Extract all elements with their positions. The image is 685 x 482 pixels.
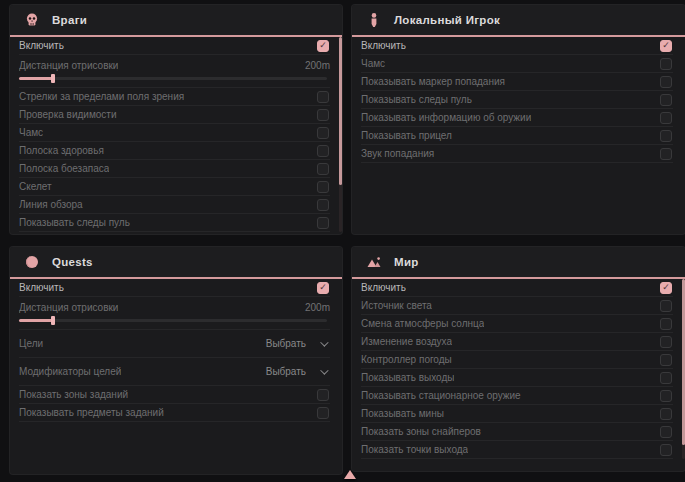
setting-label: Источник света [361, 300, 432, 311]
slider-thumb[interactable] [51, 316, 55, 325]
setting-label: Показать зоны снайперов [361, 426, 481, 437]
setting-label: Звук попадания [361, 148, 434, 159]
panel-title: Локальный Игрок [394, 14, 500, 26]
checkbox[interactable] [660, 318, 672, 330]
setting-label: Изменение воздуха [361, 336, 452, 347]
checkbox[interactable] [317, 389, 329, 401]
panel-enemies-body: Включить✓Дистанция отрисовки200mСтрелки … [10, 37, 342, 232]
panel-world-body: Включить✓Источник светаСмена атмосферы с… [352, 279, 685, 459]
checkbox[interactable] [317, 199, 329, 211]
settings-row: Включить✓ [361, 37, 673, 55]
panel-local-player: Локальный Игрок Включить✓ЧамсПоказывать … [352, 5, 685, 234]
checkbox[interactable] [660, 58, 672, 70]
checkbox[interactable]: ✓ [660, 282, 672, 294]
mountain-icon [366, 254, 382, 270]
setting-label: Чамс [19, 127, 43, 138]
setting-label: Показывать информацию об оружии [361, 112, 531, 123]
checkbox[interactable] [660, 390, 672, 402]
checkbox[interactable] [317, 181, 329, 193]
scrollbar-thumb[interactable] [339, 37, 342, 185]
setting-label: Полоска боезапаса [19, 163, 109, 174]
checkbox[interactable] [660, 94, 672, 106]
checkbox[interactable]: ✓ [660, 40, 672, 52]
checkbox[interactable] [660, 426, 672, 438]
settings-row: Смена атмосферы солнца [361, 315, 673, 333]
checkbox[interactable] [317, 145, 329, 157]
select-value: Выбрать [266, 366, 306, 377]
slider-value: 200m [305, 60, 330, 71]
setting-label: Модификаторы целей [19, 366, 121, 377]
checkbox[interactable] [660, 76, 672, 88]
setting-label: Включить [19, 40, 64, 51]
checkbox[interactable] [660, 112, 672, 124]
panel-local-player-header: Локальный Игрок [352, 5, 685, 35]
slider-setting-row: Дистанция отрисовки200m [19, 55, 330, 88]
setting-label: Стрелки за пределами поля зрения [19, 91, 184, 102]
checkbox[interactable] [660, 336, 672, 348]
setting-label: Показывать предметы заданий [19, 407, 164, 418]
setting-label: Показывать следы пуль [19, 217, 130, 228]
checkbox[interactable] [660, 372, 672, 384]
setting-label: Полоска здоровья [19, 145, 104, 156]
settings-row: Показывать стационарное оружие [361, 387, 673, 405]
checkbox[interactable] [660, 354, 672, 366]
checkbox[interactable] [660, 444, 672, 456]
setting-label: Включить [361, 282, 406, 293]
settings-row: Показывать мины [361, 405, 673, 423]
panel-title: Мир [394, 256, 419, 268]
settings-row: Показывать информацию об оружии [361, 109, 673, 127]
setting-label: Контроллер погоды [361, 354, 452, 365]
settings-row: Показывать прицел [361, 127, 673, 145]
checkbox[interactable]: ✓ [317, 282, 329, 294]
setting-label: Включить [361, 40, 406, 51]
settings-row: Чамс [361, 55, 673, 73]
settings-row: Показывать выходы [361, 369, 673, 387]
checkbox[interactable] [317, 407, 329, 419]
person-icon [366, 12, 382, 28]
chevron-down-icon [320, 366, 328, 374]
slider-label-line: Дистанция отрисовки200m [19, 57, 330, 73]
settings-row: Стрелки за пределами поля зрения [19, 88, 330, 106]
checkbox[interactable] [660, 300, 672, 312]
panel-world-header: Мир [352, 247, 685, 277]
slider-track[interactable] [19, 319, 327, 322]
checkbox[interactable]: ✓ [317, 40, 329, 52]
checkbox[interactable] [317, 127, 329, 139]
settings-row: Полоска здоровья [19, 142, 330, 160]
checkbox[interactable] [317, 91, 329, 103]
settings-row: Включить✓ [361, 279, 673, 297]
checkbox[interactable] [660, 148, 672, 160]
slider-thumb[interactable] [51, 74, 55, 83]
settings-row: Показывать следы пуль [361, 91, 673, 109]
mouse-cursor [344, 470, 356, 479]
settings-row: Звук попадания [361, 145, 673, 163]
setting-label: Показывать стационарное оружие [361, 390, 521, 401]
select-dropdown[interactable]: Выбрать [262, 363, 330, 380]
chevron-down-icon [320, 338, 328, 346]
checkbox[interactable] [660, 408, 672, 420]
checkbox[interactable] [317, 163, 329, 175]
slider-fill [19, 77, 53, 80]
settings-row: Источник света [361, 297, 673, 315]
scrollbar[interactable] [339, 37, 342, 232]
settings-row: Показать зоны заданий [19, 386, 330, 404]
settings-row: Изменение воздуха [361, 333, 673, 351]
setting-label: Включить [19, 282, 64, 293]
checkmark-icon: ✓ [662, 41, 670, 50]
settings-row: Скелет [19, 178, 330, 196]
select-dropdown[interactable]: Выбрать [262, 335, 330, 352]
panel-enemies-header: Враги [10, 5, 342, 35]
setting-label: Чамс [361, 58, 385, 69]
overlay-menu: Враги Включить✓Дистанция отрисовки200mСт… [0, 0, 685, 482]
panel-quests: Quests Включить✓Дистанция отрисовки200mЦ… [10, 247, 342, 474]
checkbox[interactable] [317, 217, 329, 229]
setting-label: Дистанция отрисовки [19, 302, 118, 313]
settings-row: Показать точки выхода [361, 441, 673, 459]
slider-track[interactable] [19, 77, 327, 80]
slider-value: 200m [305, 302, 330, 313]
checkbox[interactable] [317, 109, 329, 121]
setting-label: Цели [19, 338, 43, 349]
checkmark-icon: ✓ [319, 41, 327, 50]
checkbox[interactable] [660, 130, 672, 142]
panel-title: Враги [52, 14, 87, 26]
